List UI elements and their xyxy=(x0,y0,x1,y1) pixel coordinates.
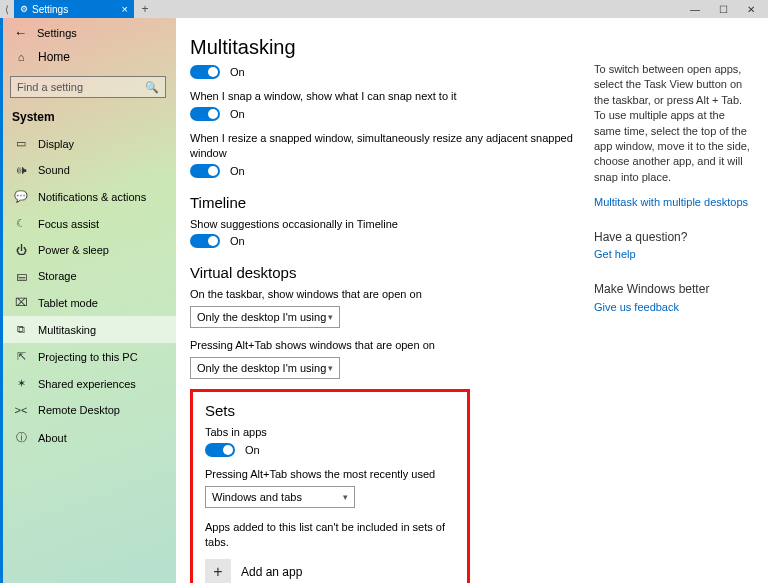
virtual-desktops-heading: Virtual desktops xyxy=(190,264,574,281)
nav-label: Power & sleep xyxy=(38,244,109,256)
page-title: Multitasking xyxy=(190,36,574,59)
back-button[interactable]: ← xyxy=(14,25,27,40)
nav-display[interactable]: ▭ Display xyxy=(0,130,176,157)
home-icon: ⌂ xyxy=(14,51,28,63)
multitasking-icon: ⧉ xyxy=(14,323,28,336)
about-icon: ⓘ xyxy=(14,430,28,445)
toggle-state: On xyxy=(230,235,245,247)
remote-icon: >< xyxy=(14,404,28,416)
search-placeholder: Find a setting xyxy=(17,81,145,93)
nav-notifications[interactable]: 💬 Notifications & actions xyxy=(0,183,176,210)
main-column: Multitasking On When I snap a window, sh… xyxy=(190,36,574,583)
resize-toggle[interactable] xyxy=(190,164,220,178)
plus-icon: + xyxy=(213,563,222,581)
toggle-state: On xyxy=(245,444,260,456)
select-value: Only the desktop I'm using xyxy=(197,362,326,374)
new-tab-button[interactable]: + xyxy=(134,0,156,18)
add-app-row[interactable]: + Add an app xyxy=(205,559,455,583)
sets-heading: Sets xyxy=(205,402,455,419)
vd-taskbar-description: On the taskbar, show windows that are op… xyxy=(190,287,574,302)
snap-toggle[interactable] xyxy=(190,65,220,79)
feedback-heading: Make Windows better xyxy=(594,281,754,298)
nav-home[interactable]: ⌂ Home xyxy=(0,40,176,72)
snap-next-description: When I snap a window, show what I can sn… xyxy=(190,89,574,104)
snap-next-toggle[interactable] xyxy=(190,107,220,121)
vd-alttab-select[interactable]: Only the desktop I'm using ▾ xyxy=(190,357,340,379)
nav-label: Projecting to this PC xyxy=(38,351,138,363)
nav-multitasking[interactable]: ⧉ Multitasking xyxy=(0,316,176,343)
window-controls: — ☐ ✕ xyxy=(688,0,768,18)
sets-alttab-select[interactable]: Windows and tabs ▾ xyxy=(205,486,355,508)
select-value: Windows and tabs xyxy=(212,491,302,503)
tablet-icon: ⌧ xyxy=(14,296,28,309)
nav-label: Multitasking xyxy=(38,324,96,336)
timeline-heading: Timeline xyxy=(190,194,574,211)
search-icon: 🔍 xyxy=(145,81,159,94)
projecting-icon: ⇱ xyxy=(14,350,28,363)
resize-description: When I resize a snapped window, simultan… xyxy=(190,131,574,161)
nav-label: Focus assist xyxy=(38,218,99,230)
sound-icon: 🕪 xyxy=(14,164,28,176)
sets-tabs-toggle[interactable] xyxy=(205,443,235,457)
toggle-state: On xyxy=(230,108,245,120)
chevron-down-icon: ▾ xyxy=(328,312,333,322)
sets-excluded-text: Apps added to this list can't be include… xyxy=(205,520,455,550)
nav-label: About xyxy=(38,432,67,444)
titlebar: ⟨ ⚙ Settings × + — ☐ ✕ xyxy=(0,0,768,18)
gear-icon: ⚙ xyxy=(20,4,28,14)
nav-label: Shared experiences xyxy=(38,378,136,390)
nav-sound[interactable]: 🕪 Sound xyxy=(0,157,176,183)
nav-tablet-mode[interactable]: ⌧ Tablet mode xyxy=(0,289,176,316)
sets-alttab-description: Pressing Alt+Tab shows the most recently… xyxy=(205,467,455,482)
vd-taskbar-select[interactable]: Only the desktop I'm using ▾ xyxy=(190,306,340,328)
maximize-button[interactable]: ☐ xyxy=(716,4,730,15)
question-heading: Have a question? xyxy=(594,229,754,246)
display-icon: ▭ xyxy=(14,137,28,150)
toggle-state: On xyxy=(230,165,245,177)
focus-icon: ☾ xyxy=(14,217,28,230)
tip-link[interactable]: Multitask with multiple desktops xyxy=(594,195,754,210)
sets-tabs-label: Tabs in apps xyxy=(205,425,455,440)
toggle-state: On xyxy=(230,66,245,78)
add-app-label: Add an app xyxy=(241,565,302,579)
timeline-toggle[interactable] xyxy=(190,234,220,248)
get-help-link[interactable]: Get help xyxy=(594,247,754,262)
nav-shared-experiences[interactable]: ✶ Shared experiences xyxy=(0,370,176,397)
vd-alttab-description: Pressing Alt+Tab shows windows that are … xyxy=(190,338,574,353)
shared-icon: ✶ xyxy=(14,377,28,390)
add-app-button[interactable]: + xyxy=(205,559,231,583)
minimize-button[interactable]: — xyxy=(688,4,702,15)
sets-highlight: Sets Tabs in apps On Pressing Alt+Tab sh… xyxy=(190,389,470,583)
content-area: Multitasking On When I snap a window, sh… xyxy=(176,18,768,583)
window-tab-settings[interactable]: ⚙ Settings × xyxy=(14,0,134,18)
nav-about[interactable]: ⓘ About xyxy=(0,423,176,452)
power-icon: ⏻ xyxy=(14,244,28,256)
notifications-icon: 💬 xyxy=(14,190,28,203)
nav-storage[interactable]: 🖴 Storage xyxy=(0,263,176,289)
nav-label: Display xyxy=(38,138,74,150)
nav-projecting[interactable]: ⇱ Projecting to this PC xyxy=(0,343,176,370)
search-input[interactable]: Find a setting 🔍 xyxy=(10,76,166,98)
chevron-down-icon: ▾ xyxy=(343,492,348,502)
nav-label: Notifications & actions xyxy=(38,191,146,203)
feedback-link[interactable]: Give us feedback xyxy=(594,300,754,315)
tip-text: To switch between open apps, select the … xyxy=(594,62,754,185)
timeline-description: Show suggestions occasionally in Timelin… xyxy=(190,217,574,232)
home-label: Home xyxy=(38,50,70,64)
nav-focus-assist[interactable]: ☾ Focus assist xyxy=(0,210,176,237)
tab-close-icon[interactable]: × xyxy=(122,3,128,15)
nav-label: Remote Desktop xyxy=(38,404,120,416)
tab-label: Settings xyxy=(32,4,68,15)
sidebar: ← Settings ⌂ Home Find a setting 🔍 Syste… xyxy=(0,18,176,583)
right-rail: To switch between open apps, select the … xyxy=(594,36,754,315)
nav-label: Sound xyxy=(38,164,70,176)
nav-label: Tablet mode xyxy=(38,297,98,309)
previous-tab-button[interactable]: ⟨ xyxy=(0,0,14,18)
close-button[interactable]: ✕ xyxy=(744,4,758,15)
accent-strip xyxy=(0,18,3,583)
nav-remote-desktop[interactable]: >< Remote Desktop xyxy=(0,397,176,423)
tab-strip: ⟨ ⚙ Settings × + xyxy=(0,0,156,18)
app-header-label: Settings xyxy=(37,27,77,39)
nav-power[interactable]: ⏻ Power & sleep xyxy=(0,237,176,263)
chevron-down-icon: ▾ xyxy=(328,363,333,373)
